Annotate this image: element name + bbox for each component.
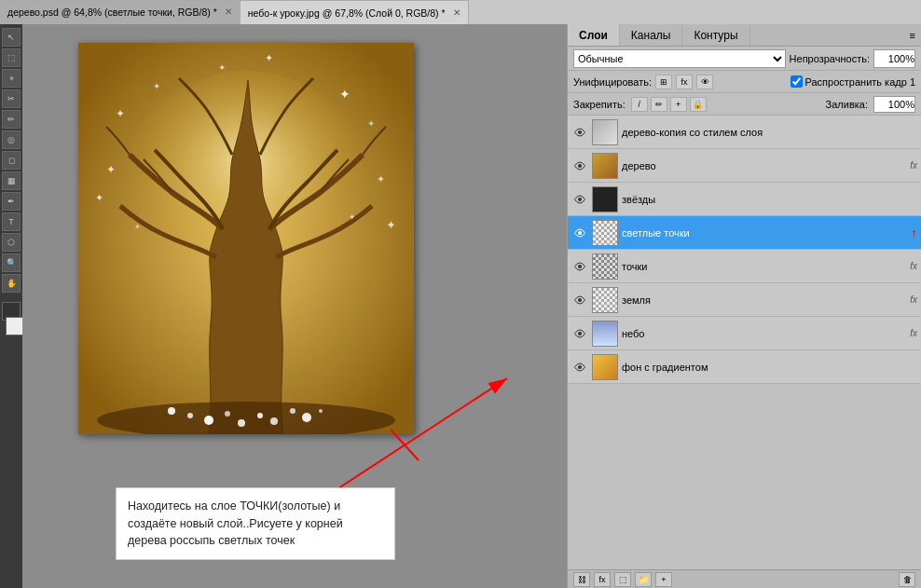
lock-label: Закрепить: (573, 99, 625, 110)
tab-sky-jpg[interactable]: небо-к уроку.jpg @ 67,8% (Слой 0, RGB/8)… (241, 0, 469, 24)
distribute-checkbox[interactable] (790, 75, 803, 88)
new-group-btn[interactable]: 📁 (635, 572, 652, 587)
callout-box: Находитесь на слое ТОЧКИ(золотые) и созд… (116, 487, 395, 560)
layer-name: дерево-копия со стилем слоя (622, 127, 917, 138)
layer-thumbnail (592, 220, 618, 246)
svg-point-30 (578, 198, 582, 201)
zoom-tool[interactable]: 🔍 (2, 253, 21, 272)
blend-mode-select[interactable]: Обычные (573, 49, 786, 68)
color-bg[interactable] (6, 317, 24, 335)
svg-point-10 (290, 408, 296, 414)
left-toolbar: ↖ ⬚ ⌖ ✂ ✏ ◎ ◻ ▦ ✒ T ⬡ 🔍 ✋ (0, 24, 22, 588)
svg-point-35 (578, 365, 582, 369)
svg-text:✦: ✦ (339, 87, 351, 102)
layer-thumbnail (592, 253, 618, 280)
text-tool[interactable]: T (2, 212, 21, 231)
new-layer-btn[interactable]: + (655, 572, 672, 587)
svg-text:✦: ✦ (153, 81, 160, 91)
layer-visibility-toggle[interactable] (571, 191, 588, 208)
lock-transparent-btn[interactable]: / (631, 97, 648, 112)
layer-name: небо (622, 328, 902, 339)
link-layers-btn[interactable]: ⛓ (573, 572, 590, 587)
panel-bottom: ⛓ fx ⬚ 📁 + 🗑 (568, 569, 921, 588)
lock-pixels-btn[interactable]: ✏ (651, 97, 667, 112)
main-area: ↖ ⬚ ⌖ ✂ ✏ ◎ ◻ ▦ ✒ T ⬡ 🔍 ✋ (0, 24, 921, 588)
add-mask-btn[interactable]: ⬚ (614, 572, 631, 587)
layer-row[interactable]: деревоfx (568, 149, 921, 183)
move-tool[interactable]: ↖ (2, 28, 21, 47)
layer-visibility-toggle[interactable] (571, 225, 588, 241)
unify-vis-btn[interactable]: 👁 (696, 75, 713, 89)
unify-style-btn[interactable]: fx (676, 75, 693, 89)
svg-text:✦: ✦ (367, 118, 375, 129)
svg-point-29 (578, 164, 582, 168)
callout-text: Находитесь на слое ТОЧКИ(золотые) и созд… (128, 499, 343, 548)
unify-label: Унифицировать: (573, 76, 652, 88)
layer-thumbnail (592, 287, 618, 313)
layer-row[interactable]: небоfx (568, 317, 921, 350)
layer-visibility-toggle[interactable] (571, 292, 588, 308)
tab-paths[interactable]: Контуры (682, 24, 749, 46)
clone-tool[interactable]: ◎ (2, 130, 21, 149)
layer-row[interactable]: земляfx (568, 283, 921, 317)
eraser-tool[interactable]: ◻ (2, 151, 21, 170)
tab-tree-close[interactable]: ✕ (225, 7, 232, 17)
panel-menu-btn[interactable]: ≡ (904, 30, 921, 41)
tab-sky-label: небо-к уроку.jpg @ 67,8% (Слой 0, RGB/8)… (248, 7, 446, 19)
delete-layer-btn[interactable]: 🗑 (899, 572, 915, 587)
brush-tool[interactable]: ✏ (2, 110, 21, 129)
opacity-input[interactable] (873, 49, 915, 68)
tab-tree-psd[interactable]: дерево.psd @ 64,8% (светлые точки, RGB/8… (0, 0, 241, 24)
svg-point-7 (238, 419, 245, 427)
svg-point-31 (578, 231, 582, 235)
svg-point-34 (578, 332, 582, 335)
layer-name: фон с градиентом (622, 362, 917, 373)
canvas-wrapper: ✦ ✦ ✦ ✦ ✦ ✦ ✦ ✦ ✦ ✦ ✦ ✦ (78, 43, 414, 434)
layer-visibility-toggle[interactable] (571, 124, 588, 141)
svg-point-8 (257, 413, 263, 418)
svg-text:✦: ✦ (377, 173, 385, 185)
lock-all-btn[interactable]: 🔒 (690, 97, 707, 112)
layer-row[interactable]: звёзды (568, 183, 921, 216)
crop-tool[interactable]: ✂ (2, 89, 21, 108)
blend-mode-row: Обычные Непрозрачность: (568, 47, 921, 71)
pen-tool[interactable]: ✒ (2, 192, 21, 211)
unify-pos-btn[interactable]: ⊞ (655, 75, 672, 89)
tab-sky-close[interactable]: ✕ (453, 7, 460, 18)
layer-thumbnail (592, 186, 618, 212)
unify-row: Унифицировать: ⊞ fx 👁 Распространить кад… (568, 71, 921, 93)
fill-input[interactable] (873, 96, 915, 113)
distribute-label: Распространить кадр 1 (790, 75, 915, 88)
tree-illustration: ✦ ✦ ✦ ✦ ✦ ✦ ✦ ✦ ✦ ✦ ✦ ✦ (78, 43, 414, 434)
layer-row[interactable]: точкиfx (568, 250, 921, 283)
layer-row[interactable]: светлые точки↑ (568, 216, 921, 250)
layers-list: дерево-копия со стилем слоя деревоfx звё… (568, 116, 921, 569)
right-panel: Слои Каналы Контуры ≡ Обычные Непрозрачн… (567, 24, 921, 588)
lasso-tool[interactable]: ⌖ (2, 69, 21, 88)
shape-tool[interactable]: ⬡ (2, 233, 21, 252)
layer-style-btn[interactable]: fx (594, 572, 611, 587)
canvas-area: ✦ ✦ ✦ ✦ ✦ ✦ ✦ ✦ ✦ ✦ ✦ ✦ Находитесь на сл… (22, 24, 567, 588)
lock-icons: / ✏ + 🔒 (631, 97, 707, 112)
tab-channels[interactable]: Каналы (620, 24, 683, 46)
select-tool[interactable]: ⬚ (2, 48, 21, 67)
tab-layers[interactable]: Слои (568, 24, 620, 46)
layer-visibility-toggle[interactable] (571, 325, 588, 342)
layer-visibility-toggle[interactable] (571, 359, 588, 376)
layer-visibility-toggle[interactable] (571, 157, 588, 174)
hand-tool[interactable]: ✋ (2, 274, 21, 293)
gradient-tool[interactable]: ▦ (2, 171, 21, 190)
layer-thumbnail (592, 354, 618, 380)
layer-name: точки (622, 261, 902, 272)
layer-row[interactable]: дерево-копия со стилем слоя (568, 116, 921, 149)
svg-point-4 (187, 413, 193, 418)
svg-text:✦: ✦ (116, 107, 125, 120)
lock-position-btn[interactable]: + (670, 97, 687, 112)
tab-tree-label: дерево.psd @ 64,8% (светлые точки, RGB/8… (7, 7, 217, 18)
layer-fx-badge: fx (910, 261, 917, 271)
layer-row[interactable]: фон с градиентом (568, 350, 921, 384)
layer-visibility-toggle[interactable] (571, 258, 588, 275)
svg-point-32 (578, 265, 582, 268)
svg-point-5 (204, 416, 213, 425)
svg-point-3 (168, 407, 175, 415)
